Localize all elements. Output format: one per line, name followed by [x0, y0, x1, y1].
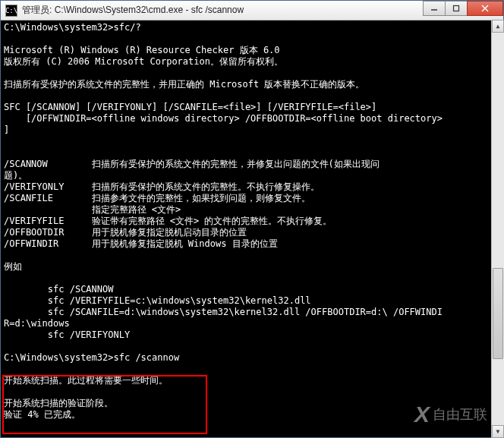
- cmd-window: C:\ 管理员: C:\Windows\System32\cmd.exe - s…: [0, 0, 504, 438]
- window-title: 管理员: C:\Windows\System32\cmd.exe - sfc /…: [22, 4, 424, 17]
- scroll-up-button[interactable]: ▲: [492, 20, 504, 33]
- scroll-track[interactable]: [492, 33, 504, 425]
- window-controls: [424, 1, 503, 20]
- maximize-button[interactable]: [445, 1, 468, 16]
- titlebar[interactable]: C:\ 管理员: C:\Windows\System32\cmd.exe - s…: [1, 1, 503, 20]
- close-button[interactable]: [467, 1, 503, 16]
- scroll-thumb[interactable]: [493, 268, 503, 359]
- scroll-down-button[interactable]: ▼: [492, 425, 504, 438]
- vertical-scrollbar[interactable]: ▲ ▼: [491, 20, 504, 438]
- app-icon: C:\: [5, 5, 17, 17]
- minimize-button[interactable]: [423, 1, 446, 16]
- terminal-output[interactable]: C:\Windows\system32>sfc/? Microsoft (R) …: [1, 20, 503, 437]
- svg-rect-1: [454, 6, 459, 11]
